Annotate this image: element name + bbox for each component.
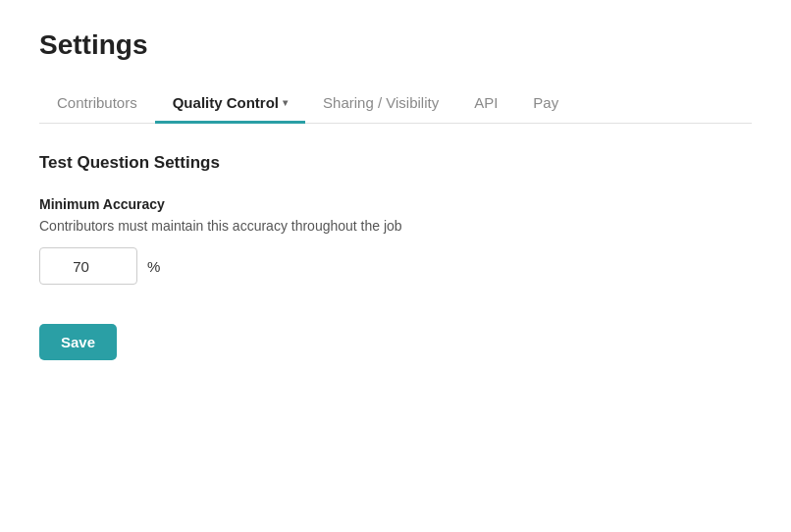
tab-sharing-visibility-label: Sharing / Visibility xyxy=(323,94,439,111)
save-button[interactable]: Save xyxy=(39,324,117,360)
tab-contributors[interactable]: Contributors xyxy=(39,84,155,124)
tab-api[interactable]: API xyxy=(456,84,515,124)
tab-contributors-label: Contributors xyxy=(57,94,137,111)
tab-api-label: API xyxy=(474,94,498,111)
field-label-minimum-accuracy: Minimum Accuracy xyxy=(39,196,752,212)
field-description-minimum-accuracy: Contributors must maintain this accuracy… xyxy=(39,218,752,234)
minimum-accuracy-input-row: % xyxy=(39,247,752,285)
tabs-nav: Contributors Quality Control ▾ Sharing /… xyxy=(39,84,752,124)
main-content: Test Question Settings Minimum Accuracy … xyxy=(39,153,752,360)
section-title: Test Question Settings xyxy=(39,153,752,173)
minimum-accuracy-input[interactable] xyxy=(39,247,137,285)
percent-unit-label: % xyxy=(147,258,160,275)
tab-pay[interactable]: Pay xyxy=(515,84,576,124)
tab-quality-control[interactable]: Quality Control ▾ xyxy=(155,84,305,124)
tab-quality-control-label: Quality Control xyxy=(173,94,279,111)
tab-pay-label: Pay xyxy=(533,94,558,111)
minimum-accuracy-field: Minimum Accuracy Contributors must maint… xyxy=(39,196,752,285)
chevron-down-icon: ▾ xyxy=(283,97,288,108)
page-title: Settings xyxy=(39,29,752,61)
tab-sharing-visibility[interactable]: Sharing / Visibility xyxy=(305,84,456,124)
